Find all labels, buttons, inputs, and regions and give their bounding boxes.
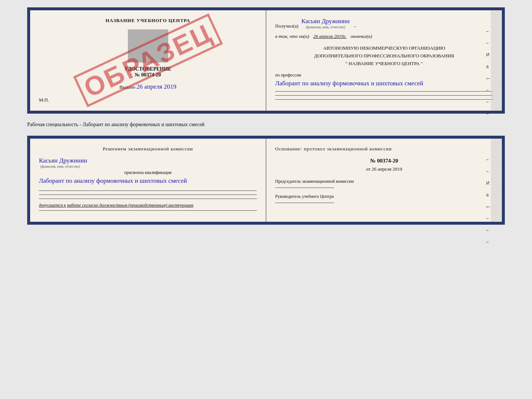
bottom-number: № 00374-20 xyxy=(275,158,493,164)
qualification-value: Лаборант по анализу формовочных и шихтов… xyxy=(39,176,257,186)
org-block: АВТОНОМНУЮ НЕКОММЕРЧЕСКУЮ ОРГАНИЗАЦИЮ ДО… xyxy=(275,44,493,67)
date-value: 26 апреля 2019г. xyxy=(313,33,346,39)
bottom-sep-3 xyxy=(39,199,257,199)
bottom-date: от 26 апреля 2019 xyxy=(275,166,493,172)
bottom-date-prefix: от xyxy=(366,166,370,172)
cert-label-text: УДОСТОВЕРЕНИЕ № 00374-20 xyxy=(39,66,257,78)
separator-text: Рабочая специальность - Лаборант по анал… xyxy=(27,120,505,130)
допуск-text: допускается к работе согласно должностны… xyxy=(39,203,257,208)
issued-label: Выдано xyxy=(119,84,135,90)
separator-line-3 xyxy=(275,99,493,100)
top-document: НАЗВАНИЕ УЧЕБНОГО ЦЕНТРА УДОСТОВЕРЕНИЕ №… xyxy=(27,7,505,114)
bsm-5: – xyxy=(486,228,490,233)
cert-right-panel: Получил(а) Касьян Дружинин (фамилия, имя… xyxy=(266,10,502,111)
received-name: Касьян Дружинин xyxy=(301,18,349,25)
lines-block xyxy=(39,190,257,199)
cert-issued-line: Выдано 26 апреля 2019 xyxy=(39,83,257,90)
separator-line-2 xyxy=(275,95,493,96)
bottom-fio-label: (фамилия, имя, отчество) xyxy=(40,164,257,168)
qualification-label: присвоена квалификация xyxy=(39,170,257,175)
bsm-k: ‹– xyxy=(486,204,490,209)
side-mark-2: – xyxy=(486,40,490,46)
side-mark-а: а xyxy=(486,64,490,69)
org-line2: ДОПОЛНИТЕЛЬНОГО ПРОФЕССИОНАЛЬНОГО ОБРАЗО… xyxy=(275,52,493,60)
org-line3: " НАЗВАНИЕ УЧЕБНОГО ЦЕНТРА " xyxy=(275,60,493,68)
issued-date: 26 апреля 2019 xyxy=(137,83,176,90)
bottom-right-panel: Основание: протокол экзаменационной коми… xyxy=(266,139,502,222)
separator-line-1 xyxy=(275,91,493,92)
chairman-label: Председатель экзаменационной комиссии xyxy=(275,178,493,185)
bottom-side-marks: – – И а ‹– – – – xyxy=(486,157,490,245)
bsm-а: а xyxy=(486,192,490,197)
side-mark-6: – xyxy=(486,111,490,116)
chairman-block: Председатель экзаменационной комиссии xyxy=(275,178,493,188)
bottom-date-value: 26 апреля 2019 xyxy=(372,166,402,172)
bsm-и: И xyxy=(486,181,490,186)
date-prefix: в том, что он(а) xyxy=(275,33,309,39)
profession-value: Лаборант по анализу формовочных и шихтов… xyxy=(275,79,493,88)
received-fio-label: (фамилия, имя, отчество) xyxy=(301,25,349,29)
допуск-underline: работе согласно должностным (производств… xyxy=(67,203,193,208)
photo-placeholder xyxy=(128,29,168,63)
bsm-2: – xyxy=(486,169,490,174)
bottom-sep-1 xyxy=(39,190,257,191)
bottom-left-title: Решением экзаменационной комиссии xyxy=(39,146,257,152)
cert-number: № 00374-20 xyxy=(135,72,161,78)
director-block: Руководитель учебного Центра xyxy=(275,193,493,203)
director-label: Руководитель учебного Центра xyxy=(275,193,493,200)
cert-left-panel: НАЗВАНИЕ УЧЕБНОГО ЦЕНТРА УДОСТОВЕРЕНИЕ №… xyxy=(30,10,266,111)
bottom-document: Решением экзаменационной комиссии Касьян… xyxy=(27,136,505,225)
date-suffix: окончил(а) xyxy=(351,33,372,39)
osnov-title: Основание: протокол экзаменационной коми… xyxy=(275,146,493,152)
side-mark-5: – xyxy=(486,99,490,104)
side-mark-1: – xyxy=(486,29,490,34)
допуск-prefix: допускается к xyxy=(39,203,66,208)
director-sig-line xyxy=(275,203,334,203)
bsm-6: – xyxy=(486,239,490,245)
profession-label: по профессии xyxy=(275,72,493,78)
cert-school-title: НАЗВАНИЕ УЧЕБНОГО ЦЕНТРА xyxy=(39,18,257,24)
cert-label: УДОСТОВЕРЕНИЕ xyxy=(125,66,171,72)
bottom-sep-4 xyxy=(39,210,257,211)
side-mark-k: ‹– xyxy=(486,76,490,81)
bottom-left-panel: Решением экзаменационной комиссии Касьян… xyxy=(30,139,266,222)
received-prefix: Получил(а) xyxy=(275,23,298,29)
received-line: Получил(а) Касьян Дружинин (фамилия, имя… xyxy=(275,18,493,29)
side-mark-4: – xyxy=(486,88,490,93)
bsm-1: – xyxy=(486,157,490,162)
chairman-sig-line xyxy=(275,188,334,188)
bottom-sep-2 xyxy=(39,195,257,195)
name-line: Касьян Дружинин (фамилия, имя, отчество) xyxy=(39,157,257,168)
side-mark-и: И xyxy=(486,52,490,57)
org-line1: АВТОНОМНУЮ НЕКОММЕРЧЕСКУЮ ОРГАНИЗАЦИЮ xyxy=(275,44,493,52)
date-line: в том, что он(а) 26 апреля 2019г. окончи… xyxy=(275,33,493,39)
mp-label: М.П. xyxy=(39,97,257,103)
bsm-4: – xyxy=(486,216,490,221)
bottom-name-value: Касьян Дружинин xyxy=(39,157,87,164)
side-marks: – – И а ‹– – – – xyxy=(486,29,490,116)
